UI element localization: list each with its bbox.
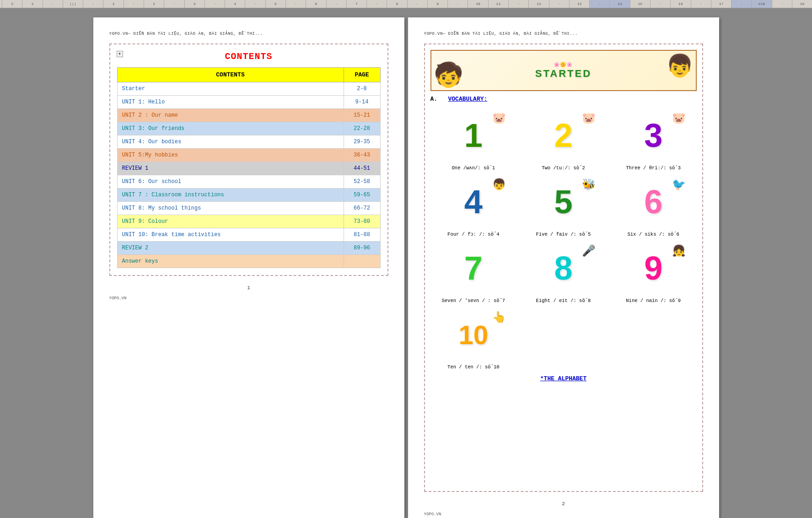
number-item: 7Seven / 'sevn / : số 7 <box>430 241 517 303</box>
ruler-mark: 5 <box>265 0 285 8</box>
ruler-mark: · <box>164 0 184 8</box>
table-row: Answer keys <box>117 255 380 268</box>
alphabet-link[interactable]: *THE ALPHABET <box>540 375 586 382</box>
contents-cell: UNIT 6: Our school <box>117 175 344 189</box>
ruler-mark: 3 <box>184 0 204 8</box>
ruler-mark: · <box>691 0 711 8</box>
page-cell: 44-51 <box>344 162 380 175</box>
ruler-mark: · <box>447 0 468 8</box>
number-caption: Six / siks /: số 6 <box>627 231 679 237</box>
ruler-mark: · <box>650 0 670 8</box>
number-caption: Ten / ten /: số 10 <box>447 364 499 370</box>
add-icon[interactable]: + <box>117 51 123 57</box>
number-digit: 10 <box>459 319 489 350</box>
ruler-mark: · <box>589 0 609 8</box>
number-image: 7 <box>439 241 508 296</box>
ruler-mark: 6 <box>306 0 326 8</box>
ruler-mark: · <box>549 0 569 8</box>
ruler-mark: 1 <box>103 0 123 8</box>
vocab-link[interactable]: VOCABULARY: <box>448 96 488 103</box>
ruler: 2 1 · ||| · 1 · 2 · 3 · 4 · 5 · 6 · 7 · … <box>0 0 812 8</box>
table-row: REVIEW 144-51 <box>117 162 380 175</box>
number-digit: 4 <box>464 183 483 221</box>
number-digit: 7 <box>464 249 483 287</box>
page1-header: YOPO.VN— DIỄN ĐÀN TÀI LIỆU, GIÁO ÁN, BÀI… <box>109 31 388 36</box>
number-digit: 1 <box>464 117 483 154</box>
page-cell: 52-58 <box>344 175 380 189</box>
page2-header: YOPO.VN— DIỄN ĐÀN TÀI LIỆU, GIÁO ÁN, BÀI… <box>424 31 703 36</box>
contents-cell: Answer keys <box>117 255 344 268</box>
ruler-mark: · <box>731 0 751 8</box>
page-cell: 2-8 <box>344 82 380 96</box>
page-cell: 36-43 <box>344 149 380 162</box>
contents-cell: UNIT 1: Hello <box>117 96 344 109</box>
number-caption: Four / fɔː /: số 4 <box>447 231 499 237</box>
contents-cell: UNIT 9: Colour <box>117 215 344 228</box>
ruler-mark: 8 <box>387 0 407 8</box>
ruler-mark: 17 <box>711 0 731 8</box>
number-image: 9👧 <box>619 241 688 296</box>
number-caption: Eight / eit /: số 8 <box>536 297 591 303</box>
number-item: 5🐝Five / faiv /: số 5 <box>520 174 607 237</box>
number-image: 8🎤 <box>529 241 597 296</box>
animal-decoration: 🎤 <box>582 244 596 258</box>
number-caption: One /wʌn/: số 1 <box>452 165 495 171</box>
page-cell: 22-28 <box>344 122 380 135</box>
page-cell: 59-65 <box>344 189 380 202</box>
number-image: 10👆 <box>439 307 508 362</box>
ruler-mark: 2 <box>144 0 164 8</box>
page2-number: 2 <box>424 501 703 507</box>
number-caption: Three / θriː/: số 3 <box>626 165 681 171</box>
page-1: YOPO.VN— DIỄN ĐÀN TÀI LIỆU, GIÁO ÁN, BÀI… <box>93 17 404 518</box>
number-digit: 8 <box>554 249 572 287</box>
ruler-mark: 15 <box>630 0 650 8</box>
number-item: 4👦Four / fɔː /: số 4 <box>430 174 517 237</box>
animal-decoration: 🐷 <box>492 112 506 125</box>
number-item: 1🐷One /wʌn/: số 1 <box>430 108 517 171</box>
ruler-mark: · <box>83 0 103 8</box>
number-image: 5🐝 <box>529 174 597 229</box>
alphabet-link-container: *THE ALPHABET <box>430 375 697 382</box>
page-cell: 81-88 <box>344 228 380 242</box>
number-digit: 5 <box>554 183 572 221</box>
table-row: UNIT 3: Our friends22-28 <box>117 122 380 135</box>
banner-text: STARTED <box>535 68 592 80</box>
contents-cell: REVIEW 2 <box>117 242 344 255</box>
contents-table: CONTENTS PAGE Starter2-8UNIT 1: Hello9-1… <box>117 67 381 268</box>
animal-decoration: 🐷 <box>672 112 686 125</box>
ruler-mark: 13 <box>569 0 589 8</box>
number-item: 6🐦Six / siks /: số 6 <box>610 174 697 237</box>
contents-cell: UNIT 2 : Our name <box>117 109 344 122</box>
ruler-mark: · <box>245 0 265 8</box>
page2-border: 🧒 🌸🌼🌸 STARTED 👦 A. VOCABULARY: 1🐷One /wʌ… <box>424 43 703 492</box>
page-cell: 29-35 <box>344 135 380 149</box>
number-digit: 6 <box>644 183 662 221</box>
animal-decoration: 🐝 <box>582 178 596 191</box>
ruler-mark: 14 <box>609 0 629 8</box>
ruler-mark: ||| <box>63 0 83 8</box>
table-row: UNIT 6: Our school52-58 <box>117 175 380 189</box>
ruler-marks: 2 1 · ||| · 1 · 2 · 3 · 4 · 5 · 6 · 7 · … <box>2 0 812 8</box>
ruler-mark: · <box>124 0 144 8</box>
number-image: 1🐷 <box>439 108 508 163</box>
ruler-mark: · <box>366 0 387 8</box>
col-header-page: PAGE <box>344 68 380 82</box>
number-digit: 3 <box>644 117 662 154</box>
table-row: UNIT 7 : Classroom instructions59-65 <box>117 189 380 202</box>
number-image: 2🐷 <box>529 108 597 163</box>
ruler-mark: · <box>508 0 528 8</box>
ruler-mark: · <box>407 0 427 8</box>
number-item: 9👧Nine / nain /: số 9 <box>610 241 697 303</box>
banner-image: 🧒 🌸🌼🌸 STARTED 👦 <box>430 50 697 91</box>
number-caption: Nine / nain /: số 9 <box>626 297 681 303</box>
ruler-mark: 10 <box>468 0 488 8</box>
number-image: 6🐦 <box>619 174 688 229</box>
animal-decoration: 👆 <box>492 311 506 324</box>
table-row: UNIT 4: Our bodies29-35 <box>117 135 380 149</box>
contents-cell: UNIT 10: Break time activities <box>117 228 344 242</box>
table-row: UNIT 5:My hobbies36-43 <box>117 149 380 162</box>
ruler-mark: 12 <box>528 0 549 8</box>
animal-decoration: 👦 <box>492 178 506 191</box>
animal-decoration: 👧 <box>672 244 686 258</box>
ruler-mark: 19 <box>792 0 812 8</box>
